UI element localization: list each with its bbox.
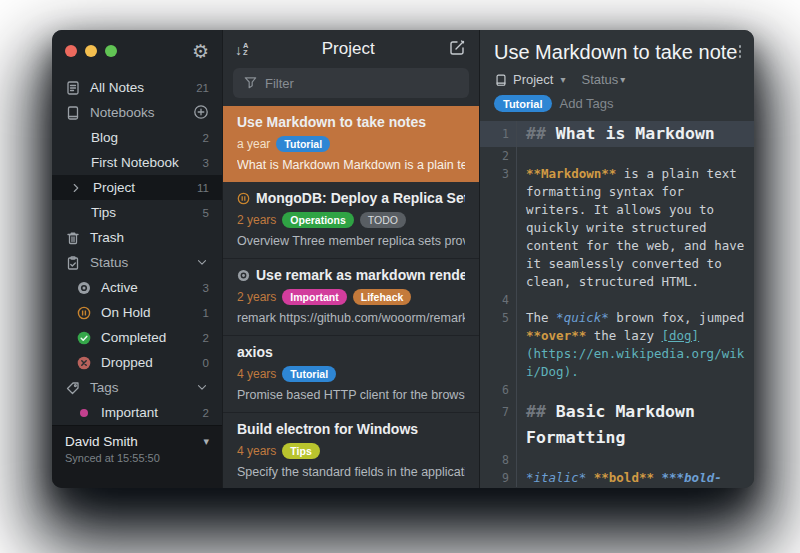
caret-down-icon[interactable]: ▾ <box>203 435 209 448</box>
note-list-title: Project <box>248 39 448 59</box>
funnel-icon <box>243 75 258 94</box>
sidebar-top-bar: ⚙ <box>52 30 222 72</box>
note-title: MongoDB: Deploy a Replica Set <box>256 190 465 206</box>
sort-button[interactable]: ↓ A Z <box>235 42 248 57</box>
editor-line: 3 **Markdown** is a plain text formattin… <box>480 165 754 291</box>
note-card[interactable]: axios 4 years Tutorial Promise based HTT… <box>223 335 479 412</box>
editor-line: 4 <box>480 291 754 309</box>
editor-line: 6 <box>480 381 754 399</box>
filter-input[interactable] <box>233 68 469 98</box>
note-age: a year <box>237 137 270 151</box>
compose-button[interactable] <box>448 38 467 61</box>
note-count: 3 <box>203 282 209 294</box>
sidebar-item-label: Status <box>90 255 128 270</box>
tag-badge-lifehack: Lifehack <box>353 289 412 305</box>
tag-badge-operations: Operations <box>282 212 353 228</box>
window-controls <box>65 45 117 57</box>
note-card[interactable]: Use remark as markdown renderer 2 years … <box>223 258 479 335</box>
sync-status: Synced at 15:55:50 <box>65 452 209 464</box>
note-menu-button[interactable] <box>739 45 742 58</box>
sidebar-item-trash[interactable]: Trash <box>52 225 222 250</box>
status-dropped-icon <box>76 355 92 371</box>
sort-arrow-icon: ↓ <box>235 43 242 57</box>
note-count: 21 <box>196 82 209 94</box>
editor-line: 9 *italic* **bold** ***bold- <box>480 469 754 487</box>
sidebar-item-label: On Hold <box>101 305 151 320</box>
sidebar-item-label: All Notes <box>90 80 144 95</box>
sidebar-item-label: Blog <box>91 130 118 145</box>
note-title: axios <box>237 344 465 360</box>
sidebar-item-notebooks[interactable]: Notebooks <box>52 100 222 125</box>
note-list-header: ↓ A Z Project <box>223 30 479 68</box>
editor-pane: Use Markdown to take note Project ▾ Stat… <box>480 30 754 488</box>
caret-down-icon: ▾ <box>560 74 565 85</box>
note-card[interactable]: Build electron for Windows 4 years Tips … <box>223 412 479 488</box>
note-title-heading[interactable]: Use Markdown to take note <box>494 41 740 64</box>
note-count: 3 <box>203 157 209 169</box>
tag-badge-tutorial: Tutorial <box>276 136 330 152</box>
close-button[interactable] <box>65 45 77 57</box>
note-count: 11 <box>197 182 209 194</box>
sidebar-item-label: Project <box>93 180 135 195</box>
note-title: Build electron for Windows <box>237 421 465 437</box>
editor-line: 7 ## Basic Markdown Formatting <box>480 399 754 451</box>
sidebar-section-status[interactable]: Status <box>52 250 222 275</box>
sidebar-item-project[interactable]: Project 11 <box>52 175 222 200</box>
editor-line: 8 <box>480 451 754 469</box>
filter-bar <box>223 68 479 106</box>
tag-badge-todo: TODO <box>360 212 406 228</box>
sidebar-item-label: Tips <box>91 205 116 220</box>
note-cards: Use Markdown to take notes a year Tutori… <box>223 106 479 488</box>
tag-important-dot-icon <box>76 405 92 421</box>
note-age: 2 years <box>237 213 276 227</box>
note-count: 2 <box>203 407 209 419</box>
line-number: 7 <box>480 399 517 451</box>
sidebar-item-status-completed[interactable]: Completed 2 <box>52 325 222 350</box>
sidebar-item-label: Completed <box>101 330 166 345</box>
sidebar-item-tips[interactable]: Tips 5 <box>52 200 222 225</box>
sidebar-item-first-notebook[interactable]: First Notebook 3 <box>52 150 222 175</box>
sidebar-item-status-active[interactable]: Active 3 <box>52 275 222 300</box>
zoom-button[interactable] <box>105 45 117 57</box>
line-number: 5 <box>480 309 517 381</box>
sidebar: ⚙ All Notes 21 Notebooks Blog <box>52 30 222 488</box>
note-count: 5 <box>203 207 209 219</box>
sidebar-section-tags[interactable]: Tags <box>52 375 222 400</box>
status-dropdown[interactable]: Status ▾ <box>582 72 626 87</box>
notebook-dropdown[interactable]: Project ▾ <box>494 72 566 87</box>
sidebar-item-blog[interactable]: Blog 2 <box>52 125 222 150</box>
markdown-link[interactable]: [dog] <box>661 328 699 343</box>
note-preview: What is Markdown Markdown is a plain tex… <box>237 158 465 172</box>
editor-line: 2 <box>480 147 754 165</box>
line-number: 4 <box>480 291 517 309</box>
note-card[interactable]: Use Markdown to take notes a year Tutori… <box>223 106 479 182</box>
minimize-button[interactable] <box>85 45 97 57</box>
sidebar-item-all-notes[interactable]: All Notes 21 <box>52 75 222 100</box>
note-title: Use remark as markdown renderer <box>256 267 465 283</box>
notebook-name: Project <box>513 72 553 87</box>
note-age: 4 years <box>237 367 276 381</box>
line-number: 3 <box>480 165 517 291</box>
tag-badge-important: Important <box>282 289 346 305</box>
line-number: 2 <box>480 147 517 165</box>
sidebar-item-status-dropped[interactable]: Dropped 0 <box>52 350 222 375</box>
sidebar-item-status-onhold[interactable]: On Hold 1 <box>52 300 222 325</box>
chevron-down-icon[interactable] <box>195 380 209 396</box>
editor-line: 1 ## What is Markdown <box>480 121 754 147</box>
code-editor[interactable]: 1 ## What is Markdown 2 3 **Markdown** i… <box>480 121 754 488</box>
caret-down-icon: ▾ <box>620 74 625 85</box>
user-account-panel[interactable]: David Smith ▾ Synced at 15:55:50 <box>52 425 222 488</box>
sidebar-item-tag-important[interactable]: Important 2 <box>52 400 222 425</box>
add-tags-button[interactable]: Add Tags <box>560 96 614 111</box>
status-completed-icon <box>76 330 92 346</box>
settings-gear-icon[interactable]: ⚙ <box>192 42 209 61</box>
editor-header: Use Markdown to take note Project ▾ Stat… <box>480 30 754 112</box>
chevron-right-icon[interactable] <box>68 180 84 196</box>
add-notebook-icon[interactable] <box>193 104 209 122</box>
chevron-down-icon[interactable] <box>195 255 209 271</box>
sidebar-item-label: Dropped <box>101 355 153 370</box>
note-card[interactable]: MongoDB: Deploy a Replica Set 2 years Op… <box>223 182 479 258</box>
tag-chip-tutorial[interactable]: Tutorial <box>494 95 552 112</box>
tag-icon <box>65 380 81 396</box>
status-active-icon <box>76 280 92 296</box>
